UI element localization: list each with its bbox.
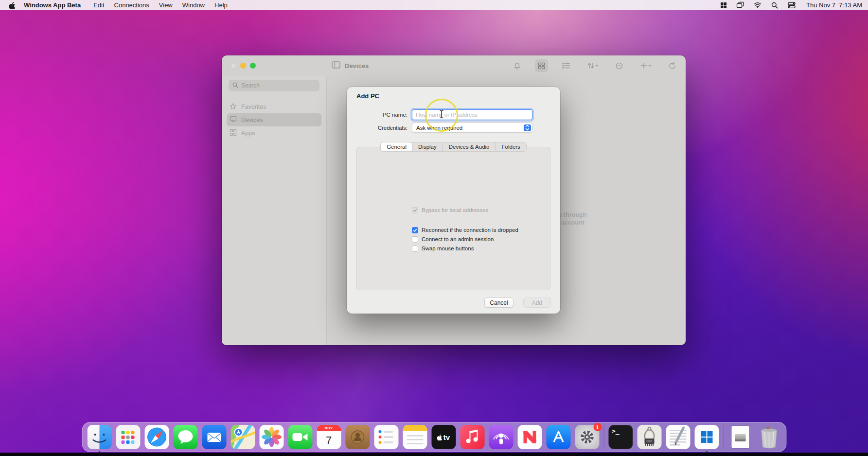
close-button[interactable]	[230, 63, 236, 69]
minimize-button[interactable]	[240, 63, 246, 69]
menu-help[interactable]: Help	[214, 1, 228, 9]
dock-podcasts-icon[interactable]	[489, 425, 513, 449]
calendar-day: 7	[317, 431, 341, 449]
cancel-button[interactable]: Cancel	[484, 298, 514, 308]
reconnect-checkbox-row[interactable]: Reconnect if the connection is dropped	[412, 227, 518, 233]
dock-launchpad-icon[interactable]	[116, 425, 140, 449]
reconnect-label: Reconnect if the connection is dropped	[422, 227, 518, 233]
pc-name-label: PC name:	[347, 109, 407, 120]
dock-textedit-icon[interactable]	[666, 425, 690, 449]
add-button: Add	[523, 298, 551, 308]
apple-menu-icon[interactable]	[9, 1, 16, 9]
dock-divider	[723, 425, 724, 449]
menu-app-name[interactable]: Windows App Beta	[24, 1, 81, 9]
dialog-title: Add PC	[356, 92, 379, 100]
stepper-icon	[524, 124, 531, 131]
dock-terminal-icon[interactable]: >_	[608, 425, 633, 449]
menu-connections[interactable]: Connections	[114, 1, 149, 9]
dock: NOV 7 tv	[82, 422, 786, 452]
ibeam-cursor	[439, 110, 444, 121]
menu-window[interactable]: Window	[182, 1, 205, 9]
bypass-checkbox-row: Bypass for local addresses	[412, 207, 488, 213]
dock-news-icon[interactable]	[517, 425, 542, 449]
bypass-label: Bypass for local addresses	[422, 207, 488, 213]
display-icon	[230, 116, 237, 124]
sidebar-item-apps[interactable]: Apps	[222, 126, 326, 140]
admin-session-checkbox-row[interactable]: Connect to an admin session	[412, 236, 494, 243]
sidebar-toggle-icon[interactable]	[332, 61, 340, 70]
dock-facetime-icon[interactable]	[288, 425, 312, 449]
dock-apple-tv-icon[interactable]: tv	[431, 425, 456, 449]
add-pc-toolbar-button[interactable]	[637, 59, 655, 72]
grid-view-button[interactable]	[535, 59, 548, 72]
search-input[interactable]	[241, 82, 304, 89]
dock-contacts-icon[interactable]	[345, 425, 370, 449]
apple-tv-label: tv	[443, 433, 450, 441]
search-icon	[232, 81, 238, 90]
filter-circle-button[interactable]	[613, 59, 626, 72]
list-view-button[interactable]	[559, 59, 573, 72]
sidebar-search-field[interactable]	[229, 80, 319, 91]
dialog-tab-bar: General Display Devices & Audio Folders	[380, 142, 527, 152]
wifi-icon[interactable]	[753, 1, 762, 9]
dock-notes-icon[interactable]	[403, 425, 427, 449]
swap-mouse-checkbox-row[interactable]: Swap mouse buttons	[412, 245, 474, 252]
bypass-checkbox	[412, 207, 418, 213]
dock-system-information-icon[interactable]	[637, 425, 661, 449]
general-tab-panel	[356, 147, 550, 290]
app-grid-icon	[230, 129, 237, 138]
tab-folders[interactable]: Folders	[496, 142, 526, 151]
mission-control-icon[interactable]	[736, 1, 744, 9]
dock-divider	[603, 425, 604, 449]
admin-session-checkbox[interactable]	[412, 236, 418, 243]
dock-music-icon[interactable]	[460, 425, 484, 449]
window-title: Devices	[345, 62, 369, 70]
spotlight-search-icon[interactable]	[770, 1, 779, 9]
sidebar: Favorites Devices Apps	[222, 76, 327, 345]
control-center-icon[interactable]	[787, 1, 796, 9]
dock-reminders-icon[interactable]	[374, 425, 398, 449]
swap-mouse-label: Swap mouse buttons	[422, 246, 474, 251]
dock-mail-icon[interactable]	[202, 425, 226, 449]
dock-app-store-icon[interactable]	[546, 425, 570, 449]
dock-photos-icon[interactable]	[259, 425, 283, 449]
zoom-button[interactable]	[250, 63, 256, 69]
notifications-bell-button[interactable]	[511, 59, 524, 72]
calendar-month: NOV	[317, 425, 341, 431]
dock-messages-icon[interactable]	[173, 425, 197, 449]
dock-finder-icon[interactable]	[87, 425, 111, 449]
background-text-fragment: account	[561, 219, 585, 226]
tab-general[interactable]: General	[381, 142, 412, 151]
sidebar-item-label: Apps	[241, 130, 255, 137]
dock-disk-image-file-icon[interactable]	[728, 425, 752, 449]
window-titlebar[interactable]: Devices	[222, 55, 686, 76]
sort-button[interactable]	[584, 59, 602, 72]
menu-clock[interactable]: Thu Nov 7 7:13 AM	[806, 1, 862, 9]
dock-trash-icon[interactable]	[757, 425, 781, 449]
dock-maps-icon[interactable]	[230, 425, 255, 449]
menu-edit[interactable]: Edit	[93, 1, 104, 9]
background-text-fragment: u through	[558, 211, 586, 218]
star-icon	[230, 103, 237, 111]
swap-mouse-checkbox[interactable]	[412, 246, 418, 252]
windows-logo-icon[interactable]	[719, 1, 727, 9]
dock-system-settings-icon[interactable]: 1	[575, 425, 599, 449]
refresh-button[interactable]	[666, 59, 679, 72]
tab-display[interactable]: Display	[412, 142, 443, 151]
terminal-prompt: >_	[612, 427, 620, 435]
tab-devices-audio[interactable]: Devices & Audio	[443, 142, 496, 151]
reconnect-checkbox[interactable]	[412, 227, 418, 233]
sidebar-item-devices[interactable]: Devices	[227, 113, 321, 126]
credentials-label: Credentials:	[347, 123, 407, 133]
sidebar-item-label: Favorites	[241, 104, 266, 110]
notification-badge: 1	[593, 423, 602, 431]
menu-view[interactable]: View	[159, 1, 173, 9]
dock-windows-app-icon[interactable]	[694, 425, 719, 449]
sidebar-item-label: Devices	[241, 117, 263, 123]
screen-bottom-strip	[0, 453, 868, 456]
dock-safari-icon[interactable]	[144, 425, 169, 449]
dock-calendar-icon[interactable]: NOV 7	[317, 425, 341, 449]
sidebar-item-favorites[interactable]: Favorites	[222, 100, 326, 113]
menu-bar: Windows App Beta Edit Connections View W…	[0, 0, 868, 10]
admin-session-label: Connect to an admin session	[422, 236, 494, 242]
